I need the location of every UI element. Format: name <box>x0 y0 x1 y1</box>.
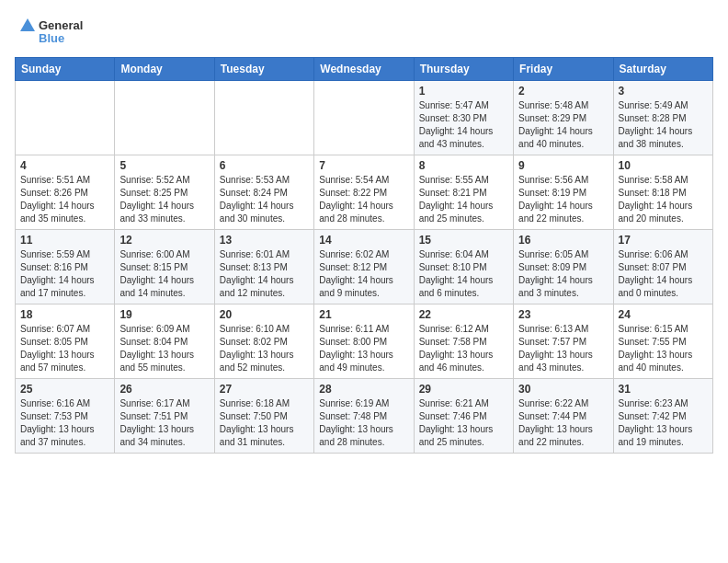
calendar-cell: 10Sunrise: 5:58 AMSunset: 8:18 PMDayligh… <box>613 155 712 230</box>
calendar-cell: 24Sunrise: 6:15 AMSunset: 7:55 PMDayligh… <box>613 304 712 379</box>
day-number: 26 <box>119 383 209 396</box>
calendar-cell: 12Sunrise: 6:00 AMSunset: 8:15 PMDayligh… <box>115 230 214 304</box>
weekday-header-saturday: Saturday <box>613 58 712 81</box>
day-number: 27 <box>220 383 309 396</box>
day-number: 22 <box>419 308 508 321</box>
day-number: 23 <box>518 308 608 321</box>
day-info: Sunrise: 6:02 AMSunset: 8:12 PMDaylight:… <box>319 248 408 300</box>
day-number: 25 <box>20 383 109 396</box>
day-number: 18 <box>20 308 109 321</box>
day-number: 30 <box>518 383 608 396</box>
day-number: 5 <box>119 159 209 172</box>
svg-text:General: General <box>39 18 83 32</box>
day-number: 20 <box>220 308 309 321</box>
day-number: 28 <box>319 383 408 396</box>
day-number: 4 <box>20 159 109 172</box>
calendar-cell: 21Sunrise: 6:11 AMSunset: 8:00 PMDayligh… <box>314 304 414 379</box>
day-number: 31 <box>619 383 708 396</box>
weekday-header-tuesday: Tuesday <box>214 58 313 81</box>
day-info: Sunrise: 6:11 AMSunset: 8:00 PMDaylight:… <box>319 323 408 374</box>
day-info: Sunrise: 6:13 AMSunset: 7:57 PMDaylight:… <box>518 323 608 374</box>
week-row-3: 11Sunrise: 5:59 AMSunset: 8:16 PMDayligh… <box>16 230 713 304</box>
header: General Blue <box>15 15 713 48</box>
calendar-cell: 7Sunrise: 5:54 AMSunset: 8:22 PMDaylight… <box>314 155 414 230</box>
day-info: Sunrise: 6:10 AMSunset: 8:02 PMDaylight:… <box>220 323 309 374</box>
calendar-cell: 8Sunrise: 5:55 AMSunset: 8:21 PMDaylight… <box>414 155 513 230</box>
calendar-cell: 22Sunrise: 6:12 AMSunset: 7:58 PMDayligh… <box>414 304 513 379</box>
weekday-header-thursday: Thursday <box>414 58 513 81</box>
day-number: 13 <box>220 234 309 247</box>
day-info: Sunrise: 6:19 AMSunset: 7:48 PMDaylight:… <box>319 397 408 449</box>
calendar-cell: 26Sunrise: 6:17 AMSunset: 7:51 PMDayligh… <box>115 379 214 454</box>
calendar-cell: 20Sunrise: 6:10 AMSunset: 8:02 PMDayligh… <box>214 304 313 379</box>
day-info: Sunrise: 5:58 AMSunset: 8:18 PMDaylight:… <box>619 174 708 225</box>
week-row-4: 18Sunrise: 6:07 AMSunset: 8:05 PMDayligh… <box>16 304 713 379</box>
calendar-cell: 31Sunrise: 6:23 AMSunset: 7:42 PMDayligh… <box>613 379 712 454</box>
day-info: Sunrise: 6:09 AMSunset: 8:04 PMDaylight:… <box>119 323 209 374</box>
calendar-cell: 29Sunrise: 6:21 AMSunset: 7:46 PMDayligh… <box>414 379 513 454</box>
day-info: Sunrise: 6:15 AMSunset: 7:55 PMDaylight:… <box>619 323 708 374</box>
calendar-cell: 5Sunrise: 5:52 AMSunset: 8:25 PMDaylight… <box>115 155 214 230</box>
day-number: 14 <box>319 234 408 247</box>
day-number: 11 <box>20 234 109 247</box>
weekday-header-wednesday: Wednesday <box>314 58 414 81</box>
calendar-cell <box>115 81 214 155</box>
calendar-cell <box>314 81 414 155</box>
day-number: 15 <box>419 234 508 247</box>
calendar-cell: 17Sunrise: 6:06 AMSunset: 8:07 PMDayligh… <box>613 230 712 304</box>
weekday-header-row: SundayMondayTuesdayWednesdayThursdayFrid… <box>16 58 713 81</box>
calendar-cell: 9Sunrise: 5:56 AMSunset: 8:19 PMDaylight… <box>514 155 613 230</box>
day-info: Sunrise: 6:21 AMSunset: 7:46 PMDaylight:… <box>419 397 508 449</box>
calendar-cell: 16Sunrise: 6:05 AMSunset: 8:09 PMDayligh… <box>514 230 613 304</box>
day-info: Sunrise: 5:48 AMSunset: 8:29 PMDaylight:… <box>518 99 608 151</box>
calendar-cell: 28Sunrise: 6:19 AMSunset: 7:48 PMDayligh… <box>314 379 414 454</box>
day-info: Sunrise: 6:16 AMSunset: 7:53 PMDaylight:… <box>20 397 109 449</box>
calendar-cell: 30Sunrise: 6:22 AMSunset: 7:44 PMDayligh… <box>514 379 613 454</box>
calendar-cell: 14Sunrise: 6:02 AMSunset: 8:12 PMDayligh… <box>314 230 414 304</box>
day-info: Sunrise: 6:07 AMSunset: 8:05 PMDaylight:… <box>20 323 109 374</box>
calendar-cell: 1Sunrise: 5:47 AMSunset: 8:30 PMDaylight… <box>414 81 513 155</box>
day-number: 8 <box>419 159 508 172</box>
day-info: Sunrise: 5:49 AMSunset: 8:28 PMDaylight:… <box>619 99 708 151</box>
week-row-2: 4Sunrise: 5:51 AMSunset: 8:26 PMDaylight… <box>16 155 713 230</box>
day-info: Sunrise: 5:53 AMSunset: 8:24 PMDaylight:… <box>220 174 309 225</box>
day-info: Sunrise: 6:23 AMSunset: 7:42 PMDaylight:… <box>619 397 708 449</box>
day-number: 9 <box>518 159 608 172</box>
calendar-cell: 25Sunrise: 6:16 AMSunset: 7:53 PMDayligh… <box>16 379 115 454</box>
calendar-cell <box>214 81 313 155</box>
calendar-cell: 6Sunrise: 5:53 AMSunset: 8:24 PMDaylight… <box>214 155 313 230</box>
weekday-header-sunday: Sunday <box>16 58 115 81</box>
calendar-cell <box>16 81 115 155</box>
day-info: Sunrise: 5:55 AMSunset: 8:21 PMDaylight:… <box>419 174 508 225</box>
calendar-cell: 3Sunrise: 5:49 AMSunset: 8:28 PMDaylight… <box>613 81 712 155</box>
day-info: Sunrise: 6:18 AMSunset: 7:50 PMDaylight:… <box>220 397 309 449</box>
day-number: 7 <box>319 159 408 172</box>
calendar-cell: 4Sunrise: 5:51 AMSunset: 8:26 PMDaylight… <box>16 155 115 230</box>
day-info: Sunrise: 6:05 AMSunset: 8:09 PMDaylight:… <box>518 248 608 300</box>
day-info: Sunrise: 5:56 AMSunset: 8:19 PMDaylight:… <box>518 174 608 225</box>
day-info: Sunrise: 6:04 AMSunset: 8:10 PMDaylight:… <box>419 248 508 300</box>
week-row-5: 25Sunrise: 6:16 AMSunset: 7:53 PMDayligh… <box>16 379 713 454</box>
day-number: 16 <box>518 234 608 247</box>
day-number: 6 <box>220 159 309 172</box>
svg-marker-2 <box>20 18 35 31</box>
calendar-cell: 27Sunrise: 6:18 AMSunset: 7:50 PMDayligh… <box>214 379 313 454</box>
calendar-cell: 2Sunrise: 5:48 AMSunset: 8:29 PMDaylight… <box>514 81 613 155</box>
day-info: Sunrise: 6:01 AMSunset: 8:13 PMDaylight:… <box>220 248 309 300</box>
day-number: 29 <box>419 383 508 396</box>
calendar-cell: 19Sunrise: 6:09 AMSunset: 8:04 PMDayligh… <box>115 304 214 379</box>
day-info: Sunrise: 6:06 AMSunset: 8:07 PMDaylight:… <box>619 248 708 300</box>
logo: General Blue <box>15 15 97 48</box>
day-number: 2 <box>518 85 608 98</box>
day-info: Sunrise: 6:12 AMSunset: 7:58 PMDaylight:… <box>419 323 508 374</box>
week-row-1: 1Sunrise: 5:47 AMSunset: 8:30 PMDaylight… <box>16 81 713 155</box>
calendar-table: SundayMondayTuesdayWednesdayThursdayFrid… <box>15 57 713 454</box>
weekday-header-friday: Friday <box>514 58 613 81</box>
weekday-header-monday: Monday <box>115 58 214 81</box>
day-number: 12 <box>119 234 209 247</box>
svg-text:Blue: Blue <box>39 31 64 45</box>
calendar-cell: 23Sunrise: 6:13 AMSunset: 7:57 PMDayligh… <box>514 304 613 379</box>
calendar-cell: 18Sunrise: 6:07 AMSunset: 8:05 PMDayligh… <box>16 304 115 379</box>
day-number: 3 <box>619 85 708 98</box>
day-info: Sunrise: 6:00 AMSunset: 8:15 PMDaylight:… <box>119 248 209 300</box>
